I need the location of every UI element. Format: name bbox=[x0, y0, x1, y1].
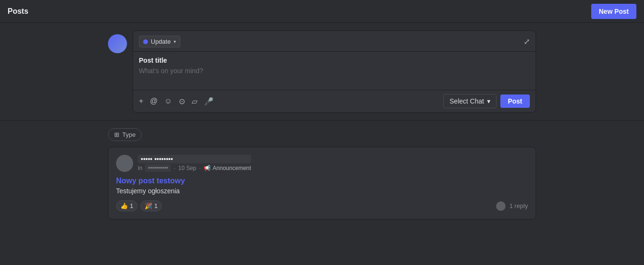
page-title: Posts bbox=[8, 7, 29, 16]
main-content: Update ▾ ⤢ Post title What's on your min… bbox=[0, 23, 644, 227]
gif-icon[interactable]: ⊙ bbox=[179, 97, 185, 106]
post-card: ••••• •••••••• in •••••••••• · 10 Sep · … bbox=[108, 147, 536, 219]
update-badge[interactable]: Update ▾ bbox=[139, 36, 180, 47]
thumbs-up-emoji: 👍 bbox=[120, 202, 128, 209]
party-reaction[interactable]: 🎉 1 bbox=[140, 200, 162, 211]
expand-icon[interactable]: ⤢ bbox=[524, 37, 530, 46]
filter-icon: ⊞ bbox=[114, 131, 119, 138]
composer-box: Update ▾ ⤢ Post title What's on your min… bbox=[133, 30, 536, 113]
thumbs-up-count: 1 bbox=[130, 202, 133, 209]
avatar bbox=[108, 34, 127, 53]
toolbar-icons: + @ ☺ ⊙ ▱ 🎤 bbox=[139, 97, 214, 106]
post-meta-line: in •••••••••• · 10 Sep · 📢 Announcement bbox=[138, 164, 251, 172]
announcement-icon: 📢 bbox=[204, 165, 211, 171]
type-filter-label: Type bbox=[122, 131, 136, 138]
post-separator: · bbox=[174, 165, 175, 171]
reply-avatar bbox=[496, 201, 506, 211]
reply-count[interactable]: 1 reply bbox=[509, 202, 528, 209]
post-author-avatar bbox=[116, 155, 133, 172]
post-button[interactable]: Post bbox=[500, 95, 530, 108]
composer-body[interactable]: Post title What's on your mind? bbox=[133, 52, 536, 90]
update-dot bbox=[143, 39, 148, 44]
post-footer: 👍 1 🎉 1 1 reply bbox=[116, 200, 528, 211]
in-label: in bbox=[138, 165, 142, 171]
type-filter-button[interactable]: ⊞ Type bbox=[108, 128, 142, 141]
thumbs-up-reaction[interactable]: 👍 1 bbox=[116, 200, 137, 211]
post-author-name: ••••• •••••••• bbox=[138, 155, 251, 163]
update-badge-label: Update bbox=[151, 38, 171, 45]
post-meta: ••••• •••••••• in •••••••••• · 10 Sep · … bbox=[138, 155, 251, 172]
post-content: Testujemy ogłoszenia bbox=[116, 187, 528, 195]
composer-area: Update ▾ ⤢ Post title What's on your min… bbox=[108, 30, 536, 113]
image-icon[interactable]: ▱ bbox=[192, 97, 197, 106]
chevron-down-icon: ▾ bbox=[174, 39, 176, 44]
plus-icon[interactable]: + bbox=[139, 97, 143, 105]
announcement-badge: 📢 Announcement bbox=[204, 165, 251, 171]
new-post-button[interactable]: New Post bbox=[591, 4, 636, 19]
header-bar: Posts New Post bbox=[0, 0, 644, 23]
post-card-header: ••••• •••••••• in •••••••••• · 10 Sep · … bbox=[116, 155, 528, 172]
select-chat-label: Select Chat bbox=[449, 97, 484, 105]
post-date: 10 Sep bbox=[178, 165, 196, 171]
mic-icon[interactable]: 🎤 bbox=[204, 97, 214, 106]
party-count: 1 bbox=[154, 202, 157, 209]
emoji-icon[interactable]: ☺ bbox=[165, 97, 172, 105]
reactions: 👍 1 🎉 1 bbox=[116, 200, 162, 211]
post-title-input: Post title bbox=[139, 57, 530, 64]
post-placeholder: What's on your mind? bbox=[139, 67, 530, 75]
filter-area: ⊞ Type bbox=[108, 128, 536, 141]
announcement-label: Announcement bbox=[213, 165, 251, 171]
party-emoji: 🎉 bbox=[145, 202, 152, 209]
reply-area: 1 reply bbox=[496, 201, 528, 211]
post-title: Nowy post testowy bbox=[116, 177, 528, 185]
announcement-separator: · bbox=[199, 165, 201, 171]
composer-actions: Select Chat ▾ Post bbox=[443, 94, 530, 108]
select-chat-button[interactable]: Select Chat ▾ bbox=[443, 94, 496, 108]
post-channel: •••••••••• bbox=[145, 164, 171, 172]
composer-header: Update ▾ ⤢ bbox=[133, 31, 536, 52]
mention-icon[interactable]: @ bbox=[150, 97, 157, 105]
composer-footer: + @ ☺ ⊙ ▱ 🎤 Select Chat ▾ Post bbox=[133, 90, 536, 112]
chevron-down-icon: ▾ bbox=[487, 97, 490, 105]
section-divider bbox=[0, 120, 644, 121]
